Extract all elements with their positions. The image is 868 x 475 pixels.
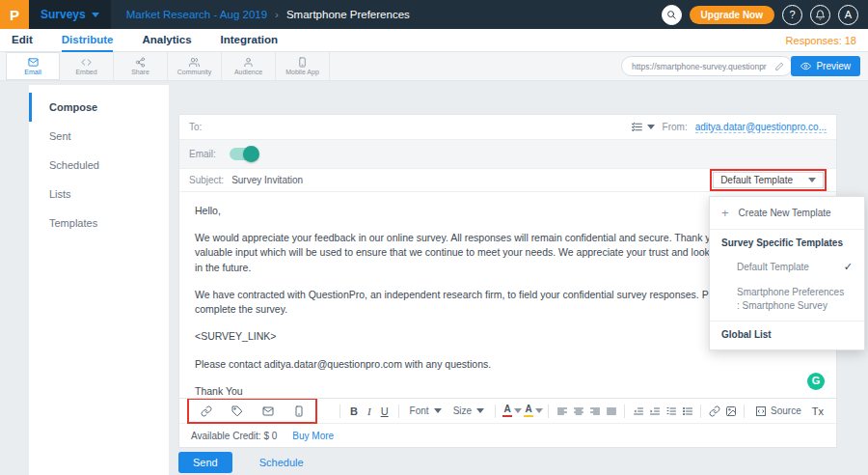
text-color-button[interactable]: A (501, 405, 514, 417)
email-toggle-label: Email: (189, 149, 216, 159)
subject-value[interactable]: Survey Invitation (231, 175, 303, 185)
tag-icon (231, 405, 243, 417)
create-new-template-label: Create New Template (739, 208, 831, 218)
grammarly-icon[interactable]: G (807, 373, 825, 390)
audience-icon (243, 57, 254, 68)
toolbar-separator (339, 405, 340, 418)
channel-audience[interactable]: Audience (222, 52, 276, 80)
chevron-down-icon (476, 408, 484, 413)
channel-embed[interactable]: Embed (60, 52, 114, 80)
outdent-icon (633, 405, 644, 417)
align-justify-button[interactable] (603, 403, 619, 419)
channel-email[interactable]: Email (6, 52, 60, 80)
responses-count[interactable]: Responses: 18 (786, 35, 856, 46)
channel-embed-label: Embed (75, 69, 96, 75)
bullet-list-button[interactable] (679, 403, 695, 419)
chevron-down-icon[interactable] (535, 408, 543, 413)
survey-nav-tabs: Edit Distribute Analytics Integration Re… (0, 29, 868, 52)
from-address[interactable]: aditya.datar@questionpro.co... (695, 122, 827, 133)
align-center-button[interactable] (570, 403, 586, 419)
indent-button[interactable] (646, 403, 663, 419)
align-right-icon (589, 405, 601, 417)
sidebar-item-templates[interactable]: Templates (29, 209, 169, 238)
body-paragraph: Thank You (195, 384, 821, 399)
insert-survey-link-button[interactable] (198, 403, 214, 419)
menu-item-default-template[interactable]: Default Template ✓ (710, 254, 864, 280)
size-dropdown[interactable]: Size (448, 405, 490, 416)
edit-pencil-icon[interactable] (774, 62, 784, 71)
tab-edit[interactable]: Edit (12, 29, 33, 52)
source-button[interactable]: Source (749, 405, 807, 417)
account-avatar[interactable]: A (838, 5, 858, 25)
template-dropdown-menu: + Create New Template Survey Specific Te… (709, 196, 865, 350)
sidebar-item-scheduled[interactable]: Scheduled (29, 151, 169, 180)
bullet-list-icon (682, 405, 693, 417)
tab-analytics[interactable]: Analytics (142, 29, 191, 52)
insert-email-button[interactable] (259, 403, 276, 419)
menu-item-create-new-template[interactable]: + Create New Template (710, 197, 864, 230)
questionpro-app: P Surveys Market Research - Aug 2019 › S… (0, 0, 868, 475)
sidebar-item-lists[interactable]: Lists (29, 180, 169, 209)
surveys-menu[interactable]: Surveys (29, 0, 111, 29)
buy-more-link[interactable]: Buy More (292, 431, 334, 441)
insert-link-button[interactable] (706, 403, 722, 419)
questionpro-logo[interactable]: P (0, 0, 29, 29)
chevron-down-icon[interactable] (514, 408, 522, 413)
tab-distribute[interactable]: Distribute (62, 29, 114, 52)
code-icon (81, 57, 92, 68)
breadcrumb-survey-folder[interactable]: Market Research - Aug 2019 (126, 9, 267, 20)
menu-item-smartphone-template[interactable]: Smartphone Preferences : Smartphone Surv… (710, 280, 864, 321)
mobile-preview-button[interactable] (290, 403, 307, 419)
recipient-list-selector[interactable] (631, 121, 655, 133)
preview-button[interactable]: Preview (791, 56, 860, 76)
insert-image-button[interactable] (722, 403, 739, 419)
search-icon (666, 10, 677, 20)
sidebar-item-sent[interactable]: Sent (29, 122, 169, 151)
eye-icon (800, 61, 811, 71)
align-right-button[interactable] (586, 403, 603, 419)
toolbar-separator (398, 405, 399, 418)
channel-community[interactable]: Community (168, 52, 222, 80)
editor-toolbar: B I U Font Size A A (179, 399, 836, 424)
link-icon (709, 405, 720, 417)
outdent-button[interactable] (630, 403, 646, 419)
schedule-link[interactable]: Schedule (259, 457, 304, 468)
channel-mobile-app[interactable]: Mobile App (276, 52, 330, 80)
toolbar-separator (548, 405, 549, 418)
upgrade-now-button[interactable]: Upgrade Now (690, 6, 774, 24)
preview-button-label: Preview (816, 61, 851, 71)
italic-button[interactable]: I (363, 405, 376, 417)
ordered-list-icon (665, 405, 677, 417)
to-label: To: (189, 122, 202, 132)
annotation-highlight-insert-tools (187, 398, 317, 424)
notifications-button[interactable] (810, 5, 830, 25)
align-center-icon (573, 405, 584, 417)
help-button[interactable]: ? (782, 5, 802, 25)
from-label: From: (663, 122, 688, 132)
clear-formatting-button[interactable]: Tx (807, 405, 828, 417)
channel-share[interactable]: Share (114, 52, 168, 80)
menu-section-global-list[interactable]: Global List (710, 321, 864, 349)
bold-button[interactable]: B (345, 405, 363, 417)
channel-email-label: Email (24, 69, 41, 75)
text-color-label: A (503, 405, 510, 414)
sidebar-item-compose[interactable]: Compose (29, 93, 169, 122)
chevron-down-icon (434, 408, 442, 413)
indent-icon (649, 405, 661, 417)
send-button[interactable]: Send (178, 452, 232, 473)
smartphone-template-line2: : Smartphone Survey (737, 300, 827, 311)
font-dropdown[interactable]: Font (404, 405, 448, 416)
highlight-color-label: A (525, 405, 531, 414)
tab-integration[interactable]: Integration (221, 29, 278, 52)
highlight-color-button[interactable]: A (522, 405, 535, 417)
channel-community-label: Community (177, 69, 211, 75)
mobile-icon (297, 57, 308, 68)
search-button[interactable] (662, 5, 682, 25)
underline-button[interactable]: U (376, 405, 393, 417)
email-toggle-switch[interactable] (230, 148, 258, 160)
template-dropdown-button[interactable]: Default Template (713, 172, 824, 188)
ordered-list-button[interactable] (663, 403, 679, 419)
survey-url-input[interactable] (630, 61, 769, 72)
align-left-button[interactable] (554, 403, 570, 419)
insert-tag-button[interactable] (229, 403, 245, 419)
